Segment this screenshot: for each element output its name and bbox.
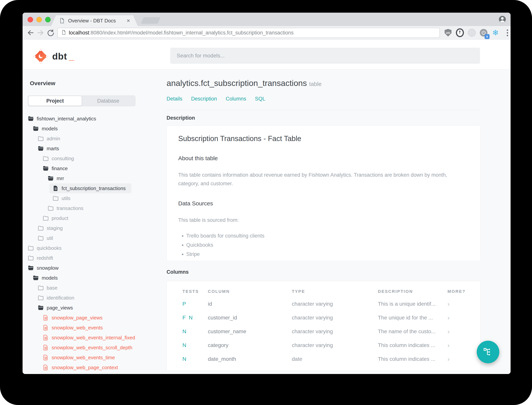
lineage-graph-icon xyxy=(483,347,493,357)
tree-item-label: utils xyxy=(62,196,70,201)
dbt-app-header: dbt _ Search for models... xyxy=(23,40,511,70)
zoom-window-button[interactable] xyxy=(45,17,51,22)
folder-open-icon xyxy=(48,176,54,181)
circle-extension-icon[interactable] xyxy=(468,29,476,37)
power-extension-icon[interactable]: x xyxy=(479,29,488,37)
cell-type: character varying xyxy=(292,328,378,335)
table-row-category[interactable]: Ncategorycharacter varyingThis column in… xyxy=(167,338,480,352)
tree-file-snowplow_web_events_time[interactable]: snowplow_web_events_time xyxy=(43,352,121,363)
columns-table-body: Pidcharacter varyingThis is a unique ide… xyxy=(167,297,480,366)
tree-file-snowplow_web_page_context[interactable]: snowplow_web_page_context xyxy=(43,363,124,372)
browser-tab[interactable]: Overview - DBT Docs × xyxy=(51,15,138,26)
tree-item-label: snowplow xyxy=(37,265,59,271)
tree-folder-snowplow[interactable]: snowplow xyxy=(28,263,64,273)
tree-file-snowplow_page_views[interactable]: snowplow_page_views xyxy=(43,313,108,323)
browser-tab-strip: Overview - DBT Docs × xyxy=(23,13,511,26)
sidebar-overview-label[interactable]: Overview xyxy=(30,80,167,87)
back-button[interactable] xyxy=(26,28,36,38)
table-row-customer_name[interactable]: Ncustomer_namecharacter varyingThe name … xyxy=(167,325,480,338)
page-icon xyxy=(61,30,66,36)
file-outline-icon xyxy=(43,315,49,321)
file-outline-icon xyxy=(43,364,49,370)
data-source-item: Trello boards for consulting clients xyxy=(186,233,469,239)
nav-link-description[interactable]: Description xyxy=(191,96,217,102)
row-expand-chevron-icon[interactable]: › xyxy=(447,341,450,349)
url-bar[interactable]: localhost:8080/index.html#!/model/model.… xyxy=(57,28,440,38)
tree-folder-base[interactable]: base xyxy=(38,283,63,293)
columns-card: TESTSCOLUMNTYPEDESCRIPTIONMORE? Pidchara… xyxy=(167,281,480,371)
folder-icon xyxy=(38,295,44,301)
folder-open-icon xyxy=(33,275,39,281)
data-source-item: Quickbooks xyxy=(186,242,469,248)
tree-folder-quickbooks[interactable]: quickbooks xyxy=(28,243,67,253)
tree-folder-redshift[interactable]: redshift xyxy=(28,253,59,263)
page-content: Overview ProjectDatabase fishtown_intern… xyxy=(23,70,511,374)
doc-sources-heading: Data Sources xyxy=(178,200,469,207)
tree-item-label: snowplow_web_events_scroll_depth xyxy=(52,345,132,351)
cell-column: customer_name xyxy=(208,328,292,335)
tree-folder-fishtown_internal_analytics[interactable]: fishtown_internal_analytics xyxy=(28,114,102,124)
tree-folder-marts[interactable]: marts xyxy=(38,143,65,154)
table-row-date_month[interactable]: Ndate_monthdateThis column indicates ...… xyxy=(167,352,480,366)
folder-icon xyxy=(28,255,34,261)
row-expand-chevron-icon[interactable]: › xyxy=(447,328,450,335)
row-expand-chevron-icon[interactable]: › xyxy=(447,355,450,363)
browser-window: Overview - DBT Docs × loca xyxy=(23,13,511,374)
lineage-graph-button[interactable] xyxy=(477,341,499,363)
tree-file-fct_subscription_transactions[interactable]: fct_subscription_transactions xyxy=(50,183,131,193)
nav-link-details[interactable]: Details xyxy=(167,96,183,102)
tab-project[interactable]: Project xyxy=(28,96,82,106)
browser-menu-kebab-icon[interactable] xyxy=(503,29,511,37)
row-expand-chevron-icon[interactable]: › xyxy=(447,300,450,307)
tree-folder-finance[interactable]: finance xyxy=(43,163,73,173)
tree-folder-mrr[interactable]: mrr xyxy=(48,173,70,183)
columns-section-label: Columns xyxy=(167,269,511,275)
test-badge: F xyxy=(183,315,186,321)
tree-item-label: models xyxy=(42,126,58,132)
tree-folder-utils[interactable]: utils xyxy=(53,193,76,203)
tree-folder-page_views[interactable]: page_views xyxy=(38,303,79,313)
column-header-description: DESCRIPTION xyxy=(378,289,447,294)
tree-folder-staging[interactable]: staging xyxy=(38,223,68,233)
folder-open-icon xyxy=(38,305,44,311)
main-panel: analytics.fct_subscription_transactionst… xyxy=(167,70,511,374)
tree-item-label: snowplow_web_events xyxy=(52,325,103,331)
tree-folder-identification[interactable]: identification xyxy=(38,293,80,303)
table-row-id[interactable]: Pidcharacter varyingThis is a unique ide… xyxy=(167,297,480,311)
profile-avatar-icon[interactable] xyxy=(499,16,506,23)
nav-link-columns[interactable]: Columns xyxy=(226,96,246,102)
tree-folder-product[interactable]: product xyxy=(43,213,74,223)
search-input[interactable]: Search for models... xyxy=(170,48,480,64)
data-source-item: Stripe xyxy=(186,251,469,257)
tree-file-snowplow_web_events[interactable]: snowplow_web_events xyxy=(43,323,108,333)
tree-file-snowplow_web_events_scroll_depth[interactable]: snowplow_web_events_scroll_depth xyxy=(43,343,138,352)
tree-folder-consulting[interactable]: consulting xyxy=(43,154,80,163)
table-row-customer_id[interactable]: FNcustomer_idcharacter varyingThe unique… xyxy=(167,311,480,325)
onepassword-extension-icon[interactable] xyxy=(456,29,464,37)
tree-file-snowplow_web_events_internal_fixed[interactable]: snowplow_web_events_internal_fixed xyxy=(43,333,141,343)
snowflake-extension-icon[interactable]: ❄ xyxy=(492,29,499,37)
tab-database[interactable]: Database xyxy=(82,96,135,106)
nav-link-sql[interactable]: SQL xyxy=(255,96,265,102)
row-expand-chevron-icon[interactable]: › xyxy=(447,314,450,321)
close-window-button[interactable] xyxy=(27,17,33,22)
reload-button[interactable] xyxy=(46,28,55,38)
minimize-window-button[interactable] xyxy=(36,17,42,22)
tree-folder-models[interactable]: models xyxy=(33,124,64,134)
new-tab-button[interactable] xyxy=(141,17,160,24)
section-nav: DetailsDescriptionColumnsSQL xyxy=(167,96,511,102)
tab-close-icon[interactable]: × xyxy=(127,18,130,24)
ublock-extension-icon[interactable]: UO xyxy=(444,29,452,37)
forward-button[interactable] xyxy=(36,28,46,38)
tree-folder-models[interactable]: models xyxy=(33,273,64,283)
folder-icon xyxy=(48,205,54,211)
test-badge: N xyxy=(183,356,186,362)
tree-folder-util[interactable]: util xyxy=(38,233,59,243)
description-section-label: Description xyxy=(167,115,511,121)
tree-folder-admin[interactable]: admin xyxy=(38,134,66,143)
file-outline-icon xyxy=(43,325,49,331)
tree-item-label: identification xyxy=(47,295,74,301)
tree-folder-transactions[interactable]: transactions xyxy=(48,203,89,213)
dbt-logo[interactable]: dbt _ xyxy=(32,48,74,64)
tree-item-label: snowplow_web_page_context xyxy=(52,364,118,371)
